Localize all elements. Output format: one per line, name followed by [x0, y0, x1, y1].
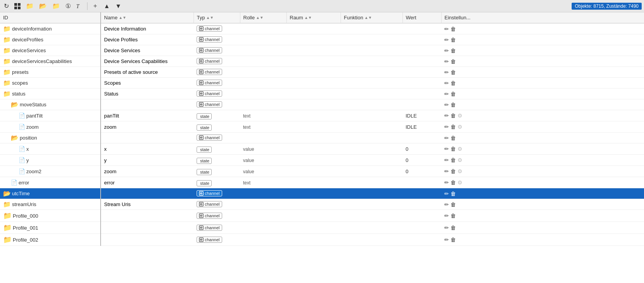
edit-icon[interactable]: ✏ — [444, 168, 449, 174]
delete-icon[interactable]: 🗑 — [450, 168, 456, 174]
name-label: y — [104, 157, 107, 163]
raum-cell — [286, 110, 341, 121]
delete-icon[interactable]: 🗑 — [450, 48, 456, 54]
header-funktion[interactable]: Funktion ▲▼ — [341, 12, 402, 23]
table-row[interactable]: 📄 zoom2 zoom state value0 ✏ 🗑⚙ — [0, 166, 644, 177]
delete-icon[interactable]: 🗑 — [450, 37, 456, 43]
channel-badge: channel — [197, 225, 222, 231]
delete-icon[interactable]: 🗑 — [450, 146, 456, 152]
delete-icon[interactable]: 🗑 — [450, 179, 456, 186]
edit-icon[interactable]: ✏ — [444, 58, 449, 65]
header-rolle[interactable]: Rolle ▲▼ — [240, 12, 286, 23]
dashboard-button[interactable] — [13, 2, 22, 10]
edit-icon[interactable]: ✏ — [444, 237, 449, 243]
typ-cell: channel — [194, 56, 240, 67]
table-row[interactable]: 📁 status Status channel ✏ 🗑 — [0, 89, 644, 99]
edit-icon[interactable]: ✏ — [444, 91, 449, 97]
edit-icon[interactable]: ✏ — [444, 124, 449, 130]
header-name[interactable]: Name ▲▼ — [101, 12, 194, 23]
table-row[interactable]: 📁 scopes Scopes channel ✏ 🗑 — [0, 78, 644, 89]
edit-icon[interactable]: ✏ — [444, 135, 449, 141]
settings-icon[interactable]: ⚙ — [457, 179, 462, 186]
delete-icon[interactable]: 🗑 — [450, 201, 456, 208]
delete-icon[interactable]: 🗑 — [450, 80, 456, 86]
raum-cell — [286, 143, 341, 155]
edit-icon[interactable]: ✏ — [444, 113, 449, 119]
delete-icon[interactable]: 🗑 — [450, 58, 456, 65]
text-format-button[interactable]: T — [75, 2, 84, 10]
delete-icon[interactable]: 🗑 — [450, 157, 456, 163]
edit-icon[interactable]: ✏ — [444, 26, 449, 32]
table-row[interactable]: 📁 deviceProfiles Device Profiles channel… — [0, 34, 644, 45]
einstellung-cell: ✏ 🗑⚙ — [441, 110, 644, 121]
delete-icon[interactable]: 🗑 — [450, 102, 456, 108]
table-row[interactable]: 📄 error error state text ✏ 🗑⚙ — [0, 177, 644, 188]
delete-icon[interactable]: 🗑 — [450, 91, 456, 97]
einstellung-cell: ✏ 🗑 — [441, 45, 644, 56]
add-button[interactable]: ＋ — [91, 1, 100, 11]
einstellung-cell: ✏ 🗑⚙ — [441, 121, 644, 133]
settings-icon[interactable]: ⚙ — [457, 168, 462, 174]
delete-icon[interactable]: 🗑 — [450, 237, 456, 243]
einstellung-cell: ✏ 🗑 — [441, 56, 644, 67]
table-row[interactable]: 📁 Profile_001 channel ✏ 🗑 — [0, 222, 644, 234]
rolle-cell — [240, 34, 286, 45]
edit-icon[interactable]: ✏ — [444, 225, 449, 231]
table-row[interactable]: 📁 deviceServicesCapabilities Device Serv… — [0, 56, 644, 67]
table-row[interactable]: 📁 Profile_002 channel ✏ 🗑 — [0, 234, 644, 246]
header-raum[interactable]: Raum ▲▼ — [286, 12, 341, 23]
settings-icon[interactable]: ⚙ — [457, 146, 462, 152]
edit-icon[interactable]: ✏ — [444, 179, 449, 186]
settings-icon[interactable]: ⚙ — [457, 113, 462, 119]
table-row[interactable]: 📄 zoom zoom state textIDLE ✏ 🗑⚙ — [0, 121, 644, 133]
delete-icon[interactable]: 🗑 — [450, 135, 456, 141]
refresh-button[interactable]: ↻ — [2, 2, 10, 10]
table-row[interactable]: 📁 deviceInformation Device Information c… — [0, 23, 644, 34]
table-row[interactable]: 📁 streamUris Stream Uris channel ✏ 🗑 — [0, 199, 644, 210]
table-row[interactable]: 📂 position channel ✏ 🗑 — [0, 133, 644, 143]
settings-icon[interactable]: ⚙ — [457, 157, 462, 163]
upload-button[interactable]: ▲ — [102, 2, 111, 10]
action-cell: ✏ 🗑⚙ — [444, 146, 641, 152]
delete-icon[interactable]: 🗑 — [450, 124, 456, 130]
edit-icon[interactable]: ✏ — [444, 69, 449, 75]
delete-icon[interactable]: 🗑 — [450, 191, 456, 197]
id-cell: 📄 y — [0, 155, 101, 166]
table-row[interactable]: 📂 utcTime channel ✏ 🗑 — [0, 188, 644, 199]
rolle-cell — [240, 234, 286, 246]
table-row[interactable]: 📄 pantTilt panTilt state textIDLE ✏ 🗑⚙ — [0, 110, 644, 121]
funktion-cell — [341, 222, 402, 234]
folder-open-button[interactable]: 📂 — [38, 2, 48, 10]
number-button[interactable]: ① — [64, 2, 72, 10]
delete-icon[interactable]: 🗑 — [450, 26, 456, 32]
edit-icon[interactable]: ✏ — [444, 102, 449, 108]
settings-icon[interactable]: ⚙ — [457, 124, 462, 130]
folder-button[interactable]: 📁 — [24, 2, 35, 10]
delete-icon[interactable]: 🗑 — [450, 225, 456, 231]
edit-icon[interactable]: ✏ — [444, 213, 449, 219]
download-button[interactable]: ▼ — [114, 2, 123, 10]
table-row[interactable]: 📁 Profile_000 channel ✏ 🗑 — [0, 210, 644, 222]
edit-icon[interactable]: ✏ — [444, 157, 449, 163]
id-label: Profile_001 — [13, 225, 38, 231]
table-row[interactable]: 📁 presets Presets of active source chann… — [0, 67, 644, 78]
table-row[interactable]: 📂 moveStatus channel ✏ 🗑 — [0, 99, 644, 110]
edit-icon[interactable]: ✏ — [444, 201, 449, 208]
delete-icon[interactable]: 🗑 — [450, 113, 456, 119]
folder-blue-button[interactable]: 📁 — [51, 2, 62, 10]
table-row[interactable]: 📄 x x state value0 ✏ 🗑⚙ — [0, 143, 644, 155]
edit-icon[interactable]: ✏ — [444, 48, 449, 54]
rolle-cell — [240, 133, 286, 143]
table-row[interactable]: 📄 y y state value0 ✏ 🗑⚙ — [0, 155, 644, 166]
delete-icon[interactable]: 🗑 — [450, 69, 456, 75]
table-row[interactable]: 📁 deviceServices Device Services channel… — [0, 45, 644, 56]
delete-icon[interactable]: 🗑 — [450, 213, 456, 219]
edit-icon[interactable]: ✏ — [444, 80, 449, 86]
edit-icon[interactable]: ✏ — [444, 146, 449, 152]
edit-icon[interactable]: ✏ — [444, 37, 449, 43]
name-cell: x — [101, 143, 194, 155]
header-typ[interactable]: Typ ▲▼ — [194, 12, 240, 23]
state-badge: state — [197, 169, 212, 175]
edit-icon[interactable]: ✏ — [444, 191, 449, 197]
state-badge: state — [197, 147, 212, 153]
